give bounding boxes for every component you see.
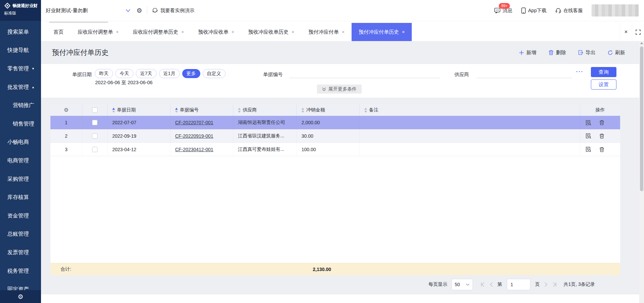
add-button[interactable]: 新增 <box>519 49 536 56</box>
first-page-icon[interactable] <box>480 282 485 287</box>
close-icon[interactable]: × <box>292 29 294 35</box>
per-page-select[interactable]: 50 <box>451 279 473 290</box>
sidebar-item-funds-mgmt[interactable]: 资金管理 <box>0 207 41 225</box>
sidebar-item-inventory-accounting[interactable]: 库存核算 <box>0 188 41 207</box>
close-icon[interactable]: × <box>402 29 405 35</box>
next-page-icon[interactable] <box>545 282 548 287</box>
expand-more-button[interactable]: 展开更多条件 <box>317 85 362 94</box>
doc-no-input[interactable] <box>289 69 440 78</box>
sidebar-item-search-menu[interactable]: 搜索菜单 <box>0 23 41 41</box>
sidebar-item-quick-nav[interactable]: 快捷导航 <box>0 41 41 60</box>
sidebar-gear-icon[interactable]: ⚙ <box>17 294 23 300</box>
globe-icon <box>152 7 158 13</box>
pill-more[interactable]: 更多 <box>182 69 200 78</box>
row-checkbox[interactable] <box>92 133 97 139</box>
table-row[interactable]: 1 2022-07-07 CF-20220707-001 湖南恒远有限责任公司 … <box>50 116 620 129</box>
refresh-button[interactable]: 刷新 <box>608 49 625 56</box>
query-button[interactable]: 查询 <box>591 67 616 77</box>
pill-last-7-days[interactable]: 近7天 <box>136 69 157 78</box>
view-detail-icon[interactable] <box>586 133 591 139</box>
settings-gear-icon[interactable]: ⚙ <box>136 7 142 14</box>
column-settings-gear-icon[interactable]: ⚙ <box>64 107 69 113</box>
delete-row-icon[interactable] <box>599 133 604 139</box>
doc-no-link[interactable]: CF-20230412-001 <box>175 147 213 152</box>
pill-custom[interactable]: 自定义 <box>203 69 226 78</box>
scroll-up-arrow-icon[interactable] <box>640 42 643 44</box>
fullscreen-button[interactable] <box>632 23 644 41</box>
view-detail-icon[interactable] <box>586 146 591 152</box>
column-header-supplier[interactable]: 供应商 <box>233 104 297 116</box>
row-checkbox[interactable] <box>92 120 97 125</box>
sidebar-item-wholesale-mgmt[interactable]: 批发管理▲ <box>0 78 41 97</box>
account-name: 好业财测试-量勿删 <box>46 7 88 14</box>
table-row[interactable]: 2 2022-09-19 CF-20220919-001 江西省琼汉建筑服务..… <box>50 129 620 143</box>
last-page-icon[interactable] <box>552 282 557 287</box>
column-header-doc-no[interactable]: 单据编号 <box>170 104 233 116</box>
sidebar-item-general-ledger[interactable]: 总账管理 <box>0 225 41 244</box>
close-all-tabs-button[interactable]: × <box>620 23 632 41</box>
tab-scrollbar[interactable] <box>49 22 108 23</box>
bottom-strip <box>41 294 644 303</box>
demo-link[interactable]: 我要看实例演示 <box>152 7 195 14</box>
pill-yesterday[interactable]: 昨天 <box>95 69 113 78</box>
doc-no-link[interactable]: CF-20220707-001 <box>175 120 213 125</box>
spacer <box>41 98 644 104</box>
prev-page-icon[interactable] <box>490 282 493 287</box>
tab-prepaid-receipt-offset-history[interactable]: 预收冲应收单历史× <box>241 23 301 41</box>
table-row[interactable]: 3 2023-04-12 CF-20230412-001 江西真可爱布娃娃有..… <box>50 143 620 156</box>
column-header-date[interactable]: 单据日期 <box>108 104 170 116</box>
pill-today[interactable]: 今天 <box>115 69 133 78</box>
tab-prepaid-payment-offset[interactable]: 预付冲应付单× <box>301 23 352 41</box>
supplier-picker-ellipsis[interactable]: ··· <box>576 69 583 75</box>
sidebar-item-tax-mgmt[interactable]: 税务管理 <box>0 262 41 280</box>
supplier-input[interactable] <box>477 69 572 78</box>
page-number-input[interactable] <box>507 279 530 290</box>
settings-button[interactable]: 设置 <box>591 79 616 90</box>
select-all-checkbox[interactable] <box>92 107 97 113</box>
date-range-value[interactable]: 2022-06-06 至 2023-06-06 <box>95 79 153 86</box>
sidebar-item-purchase-mgmt[interactable]: 采购管理 <box>0 170 41 189</box>
column-header-remark[interactable]: 备注 <box>360 104 580 116</box>
online-support-button[interactable]: 在线客服 <box>555 7 583 14</box>
sort-icon[interactable] <box>301 108 304 113</box>
sort-icon[interactable] <box>112 108 115 113</box>
close-icon[interactable]: × <box>116 29 119 35</box>
scrollbar-thumb[interactable] <box>640 46 643 191</box>
tab-home[interactable]: 首页 <box>46 23 71 41</box>
per-page-label: 每页显示 <box>429 281 447 288</box>
sidebar-item-xiaochang-ecom[interactable]: 小畅电商 <box>0 133 41 152</box>
tab-ar-ap-adjustment[interactable]: 应收应付调整单× <box>71 23 126 41</box>
close-icon[interactable]: × <box>231 29 234 35</box>
delete-button[interactable]: 删除 <box>549 49 566 56</box>
column-header-amount[interactable]: 冲销金额 <box>297 104 360 116</box>
tab-prepaid-payment-offset-history[interactable]: 预付冲应付单历史× <box>352 23 412 41</box>
view-detail-icon[interactable] <box>586 120 591 126</box>
close-icon[interactable]: × <box>181 29 184 35</box>
sidebar-item-ecom-mgmt[interactable]: 电商管理 <box>0 152 41 170</box>
delete-row-icon[interactable] <box>599 147 604 152</box>
tab-prepaid-receipt-offset[interactable]: 预收冲应收单× <box>191 23 241 41</box>
filter-panel: 单据日期 昨天 今天 近7天 近1月 更多 自定义 2022-06-06 至 2… <box>41 64 644 98</box>
user-account-redacted[interactable] <box>592 4 639 16</box>
sidebar-item-invoice-mgmt[interactable]: 发票管理 <box>0 243 41 262</box>
row-index: 3 <box>50 143 82 156</box>
sort-icon[interactable] <box>175 108 178 113</box>
doc-no-link[interactable]: CF-20220919-001 <box>175 133 213 139</box>
date-pill-group: 昨天 今天 近7天 近1月 更多 自定义 <box>95 69 226 78</box>
messages-button[interactable]: 消息 99+ <box>494 7 512 14</box>
total-label: 合计: <box>50 266 88 272</box>
sidebar-item-sales-mgmt[interactable]: 销售管理 <box>0 115 41 133</box>
export-button[interactable]: 导出 <box>578 49 596 56</box>
sort-icon[interactable] <box>364 108 367 113</box>
tab-ar-ap-adjustment-history[interactable]: 应收应付调整单历史× <box>126 23 191 41</box>
vertical-scrollbar[interactable] <box>639 41 644 303</box>
close-icon[interactable]: × <box>342 29 345 35</box>
delete-row-icon[interactable] <box>599 120 604 125</box>
app-download-button[interactable]: App下载 <box>521 7 547 14</box>
pill-last-month[interactable]: 近1月 <box>159 69 180 78</box>
sidebar-item-marketing[interactable]: 营销推广 <box>0 96 41 115</box>
sort-icon[interactable] <box>238 108 241 113</box>
row-checkbox[interactable] <box>92 147 97 152</box>
sidebar-item-retail-mgmt[interactable]: 零售管理▼ <box>0 60 41 78</box>
account-selector[interactable]: 好业财测试-量勿删 <box>46 7 130 14</box>
